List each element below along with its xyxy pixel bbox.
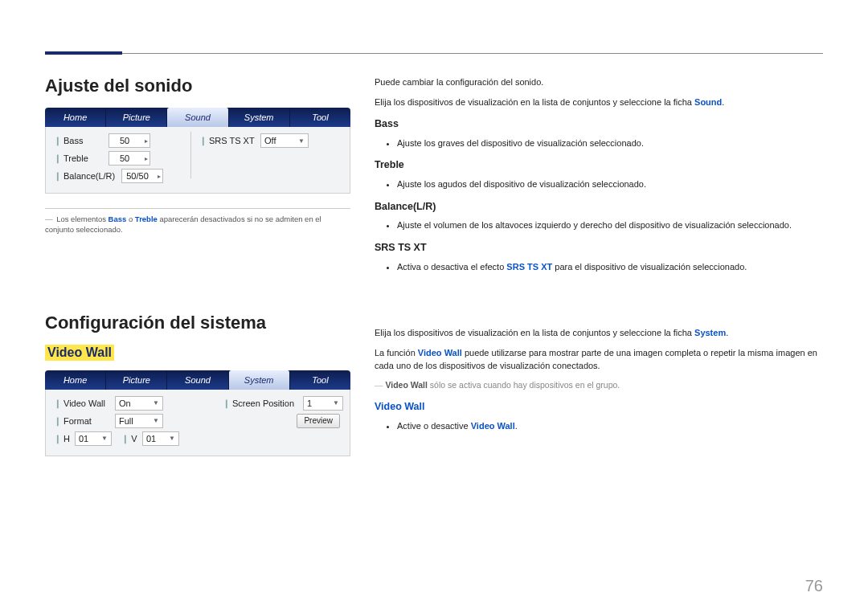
heading-balance: Balance(L/R) bbox=[375, 199, 823, 215]
chevron-down-icon: ▼ bbox=[169, 435, 175, 442]
footnote-sound: ― Los elementos Bass o Treble aparecerán… bbox=[45, 214, 350, 235]
text: para el dispositivo de visualización sel… bbox=[552, 262, 747, 272]
tab-picture[interactable]: Picture bbox=[106, 370, 167, 390]
note-line: ― Video Wall sólo se activa cuando hay d… bbox=[375, 379, 823, 392]
chevron-down-icon: ▼ bbox=[153, 417, 159, 424]
intro-text: Puede cambiar la configuración del sonid… bbox=[375, 76, 823, 89]
value-video-wall: On bbox=[119, 398, 131, 408]
value-h: 01 bbox=[79, 434, 88, 443]
text: Activa o desactiva el efecto bbox=[397, 262, 506, 272]
chevron-right-icon: ▸ bbox=[158, 173, 161, 180]
dash-icon: ― bbox=[45, 215, 53, 223]
value-v: 01 bbox=[146, 434, 156, 443]
bullet-video-wall: Active o desactive Video Wall. bbox=[397, 419, 823, 433]
panel-sound: Bass 50▸ Treble 50▸ Balance(L/R) 50/50▸ … bbox=[45, 127, 350, 194]
heading-video-wall: Video Wall bbox=[375, 399, 823, 415]
section-title-sound: Ajuste del sonido bbox=[45, 76, 350, 96]
kw-video-wall: Video Wall bbox=[471, 421, 515, 431]
bullet-srs: Activa o desactiva el efecto SRS TS XT p… bbox=[397, 260, 823, 274]
text: . bbox=[722, 97, 724, 107]
panel-system: Video Wall On▼ Format Full▼ H 01▼ V 01▼ … bbox=[45, 390, 350, 456]
page-content: Ajuste del sonido Home Picture Sound Sys… bbox=[45, 76, 823, 581]
note-kw: Video Wall bbox=[385, 380, 428, 390]
label-bass: Bass bbox=[54, 136, 104, 145]
text: Elija los dispositivos de visualización … bbox=[375, 97, 694, 107]
kw-sound: Sound bbox=[694, 97, 722, 107]
dropdown-screen-position[interactable]: 1▼ bbox=[303, 396, 343, 411]
text: Active o desactive bbox=[397, 421, 471, 431]
value-srs: Off bbox=[264, 136, 276, 145]
spinner-bass[interactable]: 50▸ bbox=[108, 133, 150, 148]
footnote-kw-bass: Bass bbox=[108, 215, 127, 223]
bullet-balance: Ajuste el volumen de los altavoces izqui… bbox=[397, 219, 823, 232]
header-rule-accent bbox=[45, 51, 122, 55]
label-v: V bbox=[121, 434, 137, 443]
tab-sound[interactable]: Sound bbox=[167, 108, 228, 127]
chevron-right-icon: ▸ bbox=[145, 155, 148, 162]
label-srs: SRS TS XT bbox=[199, 136, 256, 145]
text: La función bbox=[375, 348, 418, 358]
dropdown-srs[interactable]: Off▼ bbox=[260, 133, 309, 148]
label-screen-position: Screen Position bbox=[223, 398, 298, 408]
tab-tool[interactable]: Tool bbox=[290, 370, 350, 390]
value-treble: 50 bbox=[120, 153, 129, 163]
heading-bass: Bass bbox=[375, 116, 823, 132]
panel-divider bbox=[190, 132, 191, 178]
chevron-down-icon: ▼ bbox=[298, 137, 305, 145]
dropdown-h[interactable]: 01▼ bbox=[75, 431, 112, 446]
footnote-kw-treble: Treble bbox=[135, 215, 158, 223]
tab-system[interactable]: System bbox=[229, 108, 290, 127]
dropdown-video-wall[interactable]: On▼ bbox=[115, 396, 163, 411]
value-format: Full bbox=[119, 416, 133, 426]
label-h: H bbox=[54, 434, 70, 443]
right-column: Puede cambiar la configuración del sonid… bbox=[375, 76, 823, 581]
chevron-down-icon: ▼ bbox=[333, 399, 339, 407]
left-column: Ajuste del sonido Home Picture Sound Sys… bbox=[45, 76, 350, 581]
spinner-balance[interactable]: 50/50▸ bbox=[121, 169, 163, 183]
tab-home[interactable]: Home bbox=[45, 108, 106, 127]
dash-icon: ― bbox=[375, 380, 383, 390]
label-video-wall: Video Wall bbox=[54, 398, 110, 408]
footnote-rule bbox=[45, 208, 350, 209]
value-balance: 50/50 bbox=[126, 171, 149, 181]
dropdown-v[interactable]: 01▼ bbox=[142, 431, 179, 446]
bullet-bass: Ajuste los graves del dispositivo de vis… bbox=[397, 137, 823, 150]
tab-picture[interactable]: Picture bbox=[106, 108, 167, 127]
spinner-treble[interactable]: 50▸ bbox=[108, 151, 150, 166]
footnote-text: Los elementos bbox=[56, 215, 108, 223]
kw-system: System bbox=[694, 328, 726, 337]
footnote-text: o bbox=[126, 215, 135, 223]
value-bass: 50 bbox=[120, 136, 129, 145]
heading-srs: SRS TS XT bbox=[375, 240, 823, 255]
chevron-down-icon: ▼ bbox=[153, 399, 159, 407]
tabbar-sound: Home Picture Sound System Tool bbox=[45, 108, 350, 127]
text: . bbox=[515, 421, 518, 431]
header-rule bbox=[45, 53, 823, 54]
text: Elija los dispositivos de visualización … bbox=[375, 328, 694, 337]
preview-button[interactable]: Preview bbox=[297, 414, 340, 428]
intro-text: Elija los dispositivos de visualización … bbox=[375, 326, 823, 340]
value-screen-position: 1 bbox=[307, 398, 312, 408]
tabbar-system: Home Picture Sound System Tool bbox=[45, 370, 350, 390]
intro-text: La función Video Wall puede utilizarse p… bbox=[375, 346, 823, 373]
kw-video-wall: Video Wall bbox=[418, 348, 462, 358]
tab-home[interactable]: Home bbox=[45, 370, 106, 390]
heading-treble: Treble bbox=[375, 157, 823, 173]
intro-text: Elija los dispositivos de visualización … bbox=[375, 96, 823, 109]
dropdown-format[interactable]: Full▼ bbox=[115, 414, 163, 428]
tab-tool[interactable]: Tool bbox=[290, 108, 350, 127]
subheading-video-wall: Video Wall bbox=[45, 345, 114, 361]
page-number: 76 bbox=[805, 577, 823, 595]
tab-sound[interactable]: Sound bbox=[167, 370, 228, 390]
label-balance: Balance(L/R) bbox=[54, 171, 117, 181]
kw-srs: SRS TS XT bbox=[506, 262, 552, 272]
note-text: sólo se activa cuando hay dispositivos e… bbox=[428, 380, 620, 390]
section-title-system: Configuración del sistema bbox=[45, 313, 350, 333]
tab-system[interactable]: System bbox=[229, 370, 290, 390]
chevron-down-icon: ▼ bbox=[101, 435, 108, 442]
label-format: Format bbox=[54, 416, 110, 426]
chevron-right-icon: ▸ bbox=[145, 137, 148, 145]
bullet-treble: Ajuste los agudos del dispositivo de vis… bbox=[397, 178, 823, 191]
text: . bbox=[726, 328, 728, 337]
label-treble: Treble bbox=[54, 153, 104, 163]
